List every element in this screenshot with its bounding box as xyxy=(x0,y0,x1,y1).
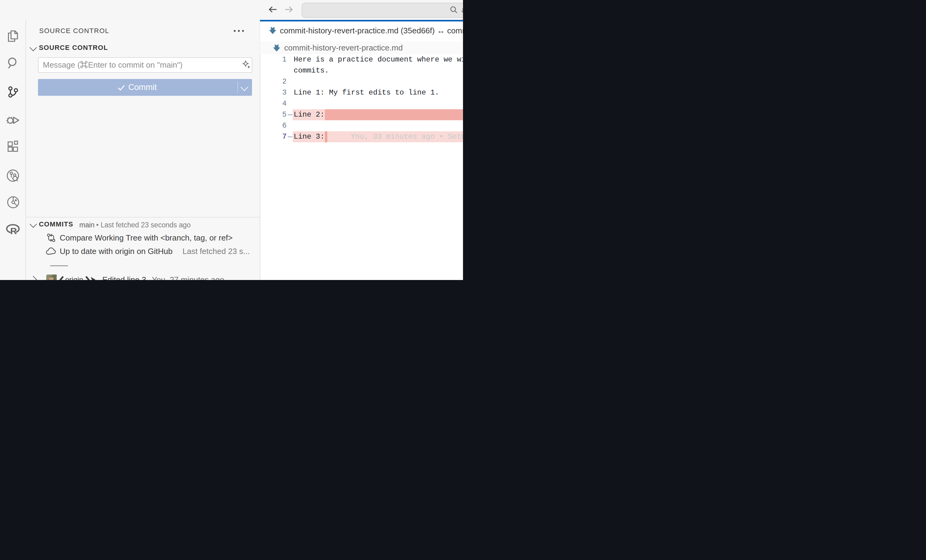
svg-text:R: R xyxy=(11,226,17,236)
